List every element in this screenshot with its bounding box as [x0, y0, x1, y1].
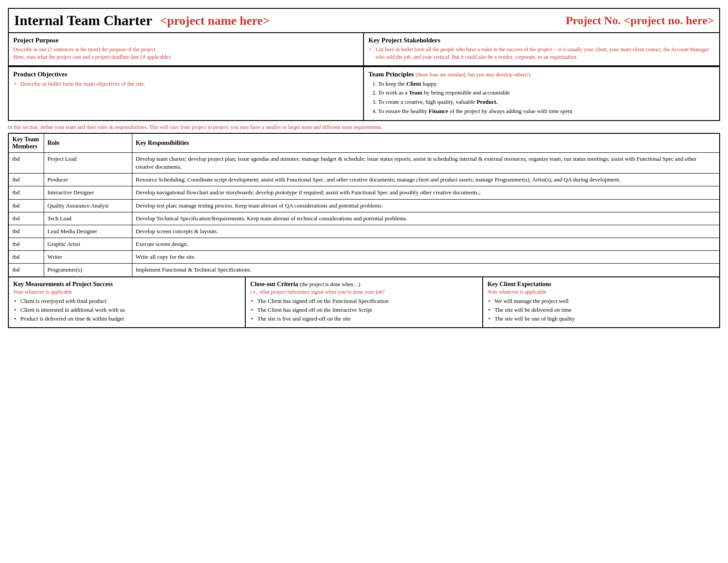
team-cell-role: Graphic Artist — [44, 238, 132, 251]
table-row: tbdProject LeadDevelop team charter; dev… — [8, 152, 720, 173]
project-name-placeholder: <project name here> — [160, 14, 270, 28]
measurements-col: Key Measurements of Project Success Note… — [9, 277, 246, 328]
list-item: Client is overjoyed with final product — [13, 297, 240, 305]
team-cell-role: Quality Assurance Analyst — [44, 199, 132, 212]
team-cell-role: Tech Lead — [44, 212, 132, 225]
list-item: To create a creative, high quality, valu… — [378, 98, 715, 106]
measurements-sub: Note whatever is applicable — [13, 289, 240, 295]
stakeholders-bullet: List here in bullet form all the people … — [368, 46, 715, 61]
objectives-bullet: Describe in bullet form the main objecti… — [13, 80, 359, 88]
team-cell-responsibilities: Develop Technical Specification/Requirem… — [132, 212, 720, 225]
team-cell-member: tbd — [8, 212, 44, 225]
top-section: Project Purpose Describe in one (2 sente… — [8, 33, 720, 66]
list-item: The site will be one of high quality — [488, 315, 715, 323]
stakeholders-list: List here in bullet form all the people … — [368, 46, 715, 61]
table-row: tbdProducerResource Scheduling; Coordina… — [8, 174, 720, 186]
key-stakeholders-heading: Key Project Stakeholders — [368, 37, 715, 44]
table-row: tbdLead Media DesignerDevelop screen con… — [8, 225, 720, 238]
team-cell-member: tbd — [8, 251, 44, 264]
team-cell-member: tbd — [8, 174, 44, 186]
project-purpose-text2: Here, state what the project cost and a … — [13, 53, 359, 61]
list-item: To work as a Team by being responsible a… — [378, 89, 715, 97]
bottom-section: Key Measurements of Project Success Note… — [8, 277, 720, 329]
key-stakeholders-section: Key Project Stakeholders List here in bu… — [364, 33, 719, 65]
middle-section: Product Objectives Describe in bullet fo… — [8, 66, 720, 121]
project-number: Project No. <project no. here> — [566, 14, 714, 27]
list-item: The Client has signed off on the Interac… — [250, 306, 477, 314]
col-header-responsibilities: Key Responsibilities — [132, 133, 720, 153]
team-cell-responsibilities: Execute screen design. — [132, 238, 720, 251]
closeout-list: The Client has signed off on the Functio… — [250, 297, 477, 323]
team-cell-responsibilities: Develop navigational flowchart and/or st… — [132, 186, 720, 199]
list-item: The site is live and signed-off on the s… — [250, 315, 477, 323]
team-cell-responsibilities: Write all copy for the site. — [132, 251, 720, 264]
team-cell-member: tbd — [8, 152, 44, 173]
list-item: To ensure the healthy Finance of the pro… — [378, 107, 715, 116]
product-objectives-heading: Product Objectives — [13, 71, 359, 78]
team-cell-member: tbd — [8, 225, 44, 238]
project-purpose-heading: Project Purpose — [13, 37, 359, 44]
team-cell-role: Interactive Designer — [44, 186, 132, 199]
expectations-list: We will manage the project wellThe site … — [488, 297, 715, 323]
team-cell-member: tbd — [8, 264, 44, 277]
table-row: tbdTech LeadDevelop Technical Specificat… — [8, 212, 720, 225]
closeout-sub: i.e., what project milestones signal whe… — [250, 289, 477, 295]
project-purpose-text1: Describe in one (2 sentences at the most… — [13, 46, 359, 53]
team-principles-list: To keep the Client happy. To work as a T… — [368, 80, 715, 116]
table-row: tbdQuality Assurance AnalystDevelop test… — [8, 199, 720, 212]
table-row: tbdProgrammer(s)Implement Functional & T… — [8, 264, 720, 277]
team-cell-responsibilities: Develop test plan; manage testing proces… — [132, 199, 720, 212]
col-header-role: Role — [44, 133, 132, 153]
team-cell-role: Writer — [44, 251, 132, 264]
list-item: To keep the Client happy. — [378, 80, 715, 88]
project-purpose-section: Project Purpose Describe in one (2 sente… — [9, 33, 364, 65]
measurements-heading: Key Measurements of Project Success — [13, 281, 240, 288]
table-row: tbdInteractive DesignerDevelop navigatio… — [8, 186, 720, 199]
team-principles-heading: Team Principles (these four are standard… — [368, 71, 715, 78]
team-cell-role: Producer — [44, 174, 132, 186]
team-cell-responsibilities: Develop team charter; develop project pl… — [132, 152, 720, 173]
closeout-col: Close-out Criteria (the project is done … — [246, 277, 483, 328]
instruction-text: In this section, define your team and th… — [8, 124, 720, 131]
expectations-sub: Note whatever is applicable — [488, 289, 715, 295]
list-item: We will manage the project well — [488, 297, 715, 305]
team-cell-role: Programmer(s) — [44, 264, 132, 277]
list-item: The Client has signed off on the Functio… — [250, 297, 477, 305]
table-row: tbdWriterWrite all copy for the site. — [8, 251, 720, 264]
team-principles-note: (these four are standard, but you may de… — [416, 72, 530, 78]
closeout-heading: Close-out Criteria (the project is done … — [250, 281, 477, 288]
expectations-col: Key Client Expectations Note whatever is… — [483, 277, 719, 328]
document-title: Internal Team Charter — [14, 12, 152, 29]
team-cell-member: tbd — [8, 199, 44, 212]
list-item: Product is delivered on time & within bu… — [13, 315, 240, 323]
team-cell-role: Lead Media Designer — [44, 225, 132, 238]
team-cell-responsibilities: Resource Scheduling; Coordinate script d… — [132, 174, 720, 186]
product-objectives-section: Product Objectives Describe in bullet fo… — [9, 67, 364, 120]
team-table: Key Team Members Role Key Responsibiliti… — [8, 133, 720, 277]
list-item: Client is interested in additional work … — [13, 306, 240, 314]
team-cell-member: tbd — [8, 238, 44, 251]
team-cell-responsibilities: Implement Functional & Technical Specifi… — [132, 264, 720, 277]
list-item: The site will be delivered on time — [488, 306, 715, 314]
table-row: tbdGraphic ArtistExecute screen design. — [8, 238, 720, 251]
objectives-list: Describe in bullet form the main objecti… — [13, 80, 359, 88]
col-header-members: Key Team Members — [8, 133, 44, 153]
team-cell-member: tbd — [8, 186, 44, 199]
page-header: Internal Team Charter <project name here… — [8, 8, 720, 33]
team-cell-responsibilities: Develop screen concepts & layouts. — [132, 225, 720, 238]
team-cell-role: Project Lead — [44, 152, 132, 173]
measurements-list: Client is overjoyed with final productCl… — [13, 297, 240, 323]
team-principles-section: Team Principles (these four are standard… — [364, 67, 719, 120]
expectations-heading: Key Client Expectations — [488, 281, 715, 288]
